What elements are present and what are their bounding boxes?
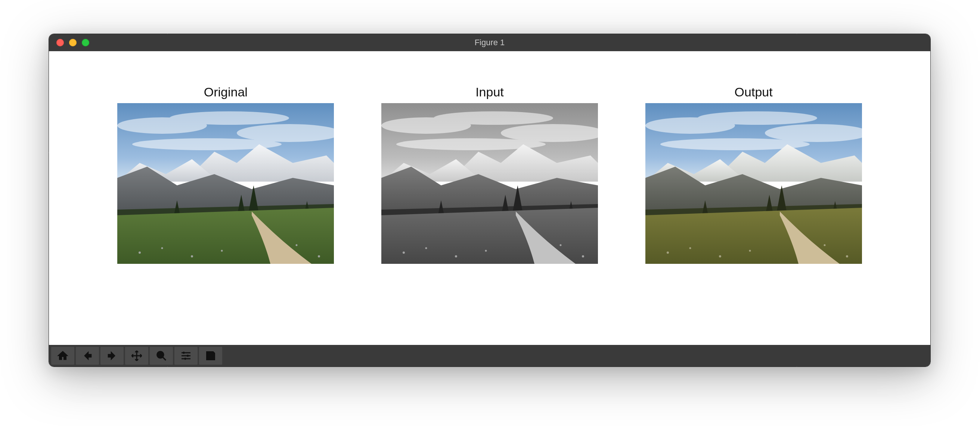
titlebar: Figure 1 bbox=[49, 34, 930, 51]
subplot-output: Output bbox=[645, 85, 862, 264]
save-icon bbox=[205, 350, 216, 362]
subplot-image-original bbox=[117, 103, 334, 264]
arrow-left-icon bbox=[81, 350, 93, 362]
figure-canvas[interactable]: Original bbox=[49, 51, 930, 345]
svg-rect-35 bbox=[187, 355, 189, 356]
svg-point-24 bbox=[698, 112, 817, 125]
svg-rect-36 bbox=[185, 357, 186, 359]
svg-point-13 bbox=[434, 112, 553, 125]
svg-rect-34 bbox=[183, 352, 185, 354]
svg-rect-38 bbox=[208, 356, 213, 359]
svg-point-28 bbox=[689, 247, 691, 249]
svg-point-20 bbox=[560, 244, 562, 246]
subplot-input: Input bbox=[381, 85, 598, 264]
svg-point-7 bbox=[191, 255, 193, 257]
subplot-original: Original bbox=[117, 85, 334, 264]
svg-point-10 bbox=[318, 255, 320, 257]
sliders-icon bbox=[180, 350, 192, 362]
svg-point-29 bbox=[719, 255, 721, 257]
home-button[interactable] bbox=[51, 347, 74, 365]
svg-point-27 bbox=[667, 252, 669, 254]
svg-point-18 bbox=[455, 255, 457, 257]
arrow-right-icon bbox=[106, 350, 118, 362]
subplot-title: Output bbox=[735, 85, 773, 99]
svg-point-6 bbox=[161, 247, 163, 249]
window-controls bbox=[56, 39, 89, 46]
svg-point-16 bbox=[402, 252, 405, 254]
subplot-image-output bbox=[645, 103, 862, 264]
svg-point-31 bbox=[824, 244, 826, 246]
zoom-button[interactable] bbox=[150, 347, 173, 365]
figure-window: Figure 1 Original bbox=[49, 34, 931, 367]
configure-subplots-button[interactable] bbox=[174, 347, 197, 365]
svg-point-21 bbox=[582, 255, 584, 257]
home-icon bbox=[57, 350, 69, 362]
move-icon bbox=[131, 350, 143, 362]
svg-rect-37 bbox=[208, 352, 212, 354]
forward-button[interactable] bbox=[100, 347, 124, 365]
window-title: Figure 1 bbox=[49, 38, 930, 48]
svg-point-33 bbox=[157, 352, 164, 358]
matplotlib-toolbar bbox=[49, 345, 930, 367]
save-button[interactable] bbox=[199, 347, 222, 365]
subplot-title: Input bbox=[476, 85, 504, 99]
svg-point-8 bbox=[221, 250, 223, 252]
close-window-button[interactable] bbox=[56, 39, 64, 46]
magnify-icon bbox=[155, 350, 167, 362]
svg-point-9 bbox=[296, 244, 298, 246]
svg-point-5 bbox=[138, 252, 141, 254]
subplot-image-input bbox=[381, 103, 598, 264]
svg-point-17 bbox=[425, 247, 427, 249]
zoom-window-button[interactable] bbox=[82, 39, 89, 46]
subplot-title: Original bbox=[204, 85, 248, 99]
minimize-window-button[interactable] bbox=[69, 39, 76, 46]
svg-point-19 bbox=[485, 250, 487, 252]
svg-point-30 bbox=[749, 250, 751, 252]
pan-button[interactable] bbox=[125, 347, 148, 365]
back-button[interactable] bbox=[76, 347, 99, 365]
svg-point-2 bbox=[170, 112, 289, 125]
svg-point-32 bbox=[846, 255, 848, 257]
